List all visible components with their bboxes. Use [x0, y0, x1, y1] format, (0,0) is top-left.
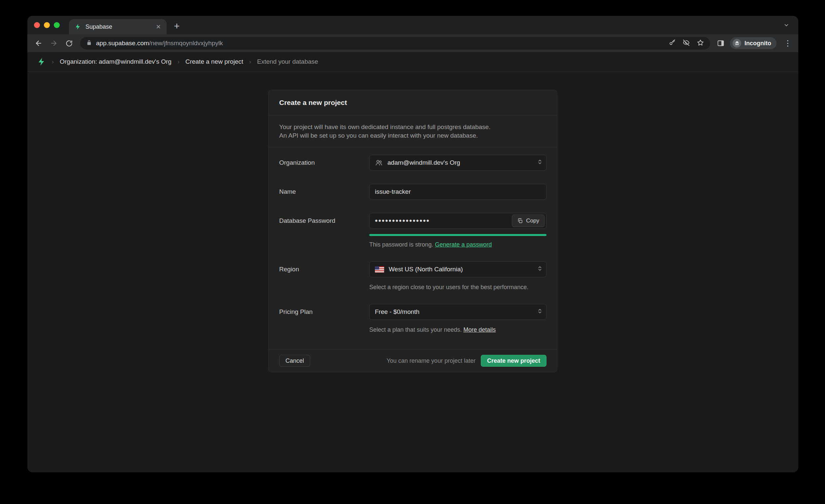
browser-window: Supabase × + app.supabase.com/new/jfnsmq… — [27, 16, 798, 472]
copy-password-button[interactable]: Copy — [512, 215, 544, 227]
name-row: Name — [279, 184, 546, 200]
organization-select[interactable]: adam@windmill.dev's Org — [369, 155, 546, 171]
description-line-2: An API will be set up so you can easily … — [279, 131, 546, 140]
breadcrumb-chevron-icon: › — [177, 58, 179, 65]
password-row: Database Password Copy This password is — [279, 213, 546, 248]
pricing-value: Free - $0/month — [375, 308, 420, 315]
select-chevrons-icon — [537, 159, 543, 167]
more-details-link[interactable]: More details — [463, 327, 496, 333]
pricing-select[interactable]: Free - $0/month — [369, 304, 546, 320]
site-info-lock-icon[interactable] — [86, 40, 92, 47]
name-label: Name — [279, 184, 369, 200]
cancel-button[interactable]: Cancel — [279, 355, 310, 367]
password-strength-bar — [369, 234, 546, 236]
forward-button[interactable] — [47, 37, 60, 50]
back-button[interactable] — [32, 37, 45, 50]
project-form: Organization adam@windmill.dev's Org — [269, 148, 557, 349]
strength-message: This password is strong. — [369, 241, 433, 248]
breadcrumb-organization[interactable]: Organization: adam@windmill.dev's Org — [60, 58, 172, 65]
select-chevrons-icon — [537, 266, 543, 273]
panel-footer: Cancel You can rename your project later… — [269, 349, 557, 372]
tab-title: Supabase — [85, 23, 151, 30]
description-line-1: Your project will have its own dedicated… — [279, 123, 546, 131]
url-domain: app.supabase.com — [96, 40, 149, 47]
pricing-row: Pricing Plan Free - $0/month Select a pl… — [279, 304, 546, 333]
incognito-icon — [733, 39, 741, 48]
side-panel-icon[interactable] — [717, 39, 725, 47]
new-tab-button[interactable]: + — [174, 21, 180, 31]
breadcrumb-extend-database: Extend your database — [257, 58, 318, 65]
browser-menu-icon[interactable]: ⋮ — [782, 39, 794, 48]
supabase-app: › Organization: adam@windmill.dev's Org … — [27, 52, 798, 472]
browser-tab-supabase[interactable]: Supabase × — [69, 19, 167, 34]
minimize-window-button[interactable] — [44, 22, 50, 28]
omnibox-trailing-icons — [669, 39, 704, 48]
address-bar[interactable]: app.supabase.com/new/jfnsmqoynldvxjyhpyl… — [80, 37, 710, 50]
password-strength-text: This password is strong.Generate a passw… — [369, 241, 546, 248]
supabase-favicon-icon — [74, 23, 81, 30]
maximize-window-button[interactable] — [54, 22, 60, 28]
breadcrumb-create-project[interactable]: Create a new project — [185, 58, 243, 65]
create-project-panel: Create a new project Your project will h… — [268, 90, 557, 372]
region-label: Region — [279, 262, 369, 291]
incognito-badge[interactable]: Incognito — [730, 37, 776, 49]
password-manager-key-icon[interactable] — [669, 39, 676, 48]
url-path: /new/jfnsmqoynldvxjyhpylk — [149, 40, 223, 47]
panel-title: Create a new project — [269, 90, 557, 115]
project-name-input[interactable] — [369, 184, 546, 200]
region-value: West US (North California) — [389, 266, 463, 273]
organization-label: Organization — [279, 155, 369, 171]
supabase-logo-icon[interactable] — [37, 57, 46, 66]
copy-label: Copy — [526, 218, 539, 224]
breadcrumb-chevron-icon: › — [52, 58, 54, 65]
organization-value: adam@windmill.dev's Org — [387, 159, 460, 166]
select-chevrons-icon — [537, 308, 543, 316]
generate-password-link[interactable]: Generate a password — [435, 241, 492, 248]
pricing-hint-text: Select a plan that suits your needs. — [369, 327, 462, 333]
traffic-lights — [34, 16, 60, 34]
region-row: Region West US (North California) Select… — [279, 262, 546, 291]
app-main: Create a new project Your project will h… — [27, 72, 798, 472]
create-new-project-button[interactable]: Create new project — [481, 355, 546, 367]
browser-toolbar: app.supabase.com/new/jfnsmqoynldvxjyhpyl… — [27, 34, 798, 52]
rename-note: You can rename your project later — [386, 357, 475, 364]
region-select[interactable]: West US (North California) — [369, 262, 546, 277]
pricing-label: Pricing Plan — [279, 304, 369, 333]
us-flag-icon — [375, 266, 384, 273]
panel-description: Your project will have its own dedicated… — [269, 116, 557, 147]
eye-off-icon[interactable] — [682, 39, 690, 48]
breadcrumb-chevron-icon: › — [249, 58, 251, 65]
close-window-button[interactable] — [34, 22, 40, 28]
tab-close-icon[interactable]: × — [155, 23, 161, 31]
region-hint: Select a region close to your users for … — [369, 284, 546, 291]
password-label: Database Password — [279, 213, 369, 248]
reload-button[interactable] — [62, 37, 76, 50]
organization-row: Organization adam@windmill.dev's Org — [279, 155, 546, 171]
tab-search-chevron-icon[interactable] — [783, 22, 790, 30]
app-header: › Organization: adam@windmill.dev's Org … — [27, 52, 798, 72]
bookmark-star-icon[interactable] — [697, 39, 704, 48]
copy-icon — [517, 218, 523, 224]
tab-bar: Supabase × + — [27, 16, 798, 34]
url-text: app.supabase.com/new/jfnsmqoynldvxjyhpyl… — [96, 40, 661, 47]
users-icon — [375, 159, 383, 167]
pricing-hint: Select a plan that suits your needs.More… — [369, 327, 546, 333]
toolbar-right: Incognito ⋮ — [717, 37, 794, 49]
incognito-label: Incognito — [745, 40, 771, 47]
